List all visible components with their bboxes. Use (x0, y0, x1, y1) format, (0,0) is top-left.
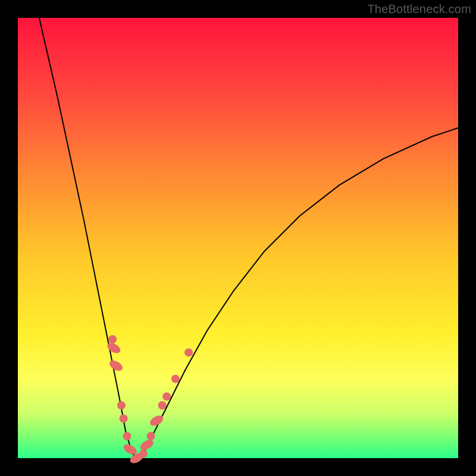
watermark-text: TheBottleneck.com (367, 2, 471, 16)
data-marker (108, 335, 117, 343)
data-marker (171, 375, 180, 383)
chart-frame: TheBottleneck.com (0, 0, 476, 476)
data-marker (139, 438, 155, 452)
plot-area (18, 18, 458, 458)
data-marker (147, 432, 155, 440)
data-marker (123, 432, 131, 440)
bottleneck-curve (18, 0, 458, 458)
data-marker (184, 348, 193, 356)
data-marker (120, 414, 128, 422)
data-markers (105, 335, 193, 465)
data-marker (158, 401, 167, 409)
data-marker (139, 450, 148, 458)
chart-svg (18, 18, 458, 458)
data-marker (162, 392, 171, 400)
data-marker (117, 401, 126, 409)
data-marker (108, 359, 124, 373)
